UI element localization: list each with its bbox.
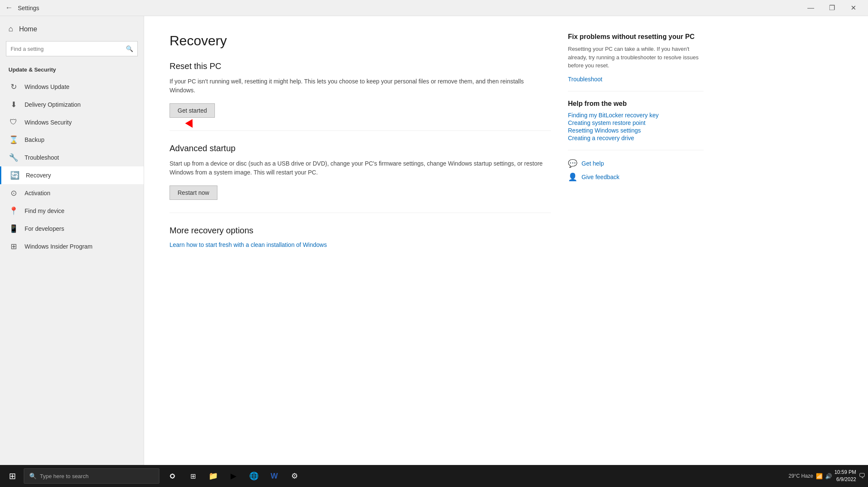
backup-label: Backup [25, 136, 45, 143]
activation-label: Activation [25, 190, 50, 196]
taskbar-clock[interactable]: 10:59 PM 6/9/2022 [835, 469, 856, 483]
web-link[interactable]: Creating a recovery drive [568, 135, 704, 141]
title-bar: ← Settings — ❐ ✕ [0, 0, 868, 16]
get-help-item[interactable]: 💬 Get help [568, 159, 704, 168]
help-from-web-title: Help from the web [568, 100, 704, 108]
clean-install-link[interactable]: Learn how to start fresh with a clean in… [170, 241, 551, 248]
give-feedback-icon: 👤 [568, 172, 577, 182]
sidebar-home-label: Home [19, 25, 37, 33]
get-help-label: Get help [581, 160, 604, 167]
restart-now-button[interactable]: Restart now [170, 185, 217, 200]
minimize-button[interactable]: — [801, 1, 821, 15]
taskbar-sys: 29°C Haze 📶 🔊 [788, 473, 832, 479]
taskbar-app-vlc[interactable]: ▶ [224, 466, 243, 486]
taskbar-apps: ⭘ ⊞ 📁 ▶ 🌐 W ⚙ [163, 466, 304, 486]
sidebar-item-delivery-optimization[interactable]: ⬇ Delivery Optimization [0, 96, 144, 113]
title-bar-left: ← Settings [5, 3, 39, 12]
taskbar: ⊞ 🔍 Type here to search ⭘ ⊞ 📁 ▶ 🌐 W ⚙ 29… [0, 465, 868, 487]
give-feedback-label: Give feedback [581, 174, 620, 180]
sidebar-item-for-developers[interactable]: 📱 For developers [0, 220, 144, 238]
find-my-device-icon: 📍 [8, 206, 19, 216]
page-title: Recovery [170, 33, 551, 49]
search-icon: 🔍 [126, 45, 133, 52]
main-content: Recovery Reset this PC If your PC isn't … [144, 16, 868, 465]
weather-text: 29°C Haze [788, 473, 813, 479]
help-divider [568, 91, 704, 91]
taskbar-app-taskview[interactable]: ⊞ [183, 466, 203, 486]
fix-desc: Resetting your PC can take a while. If y… [568, 45, 704, 70]
network-icon: 📶 [816, 473, 823, 479]
reset-section-title: Reset this PC [170, 61, 551, 71]
advanced-section-title: Advanced startup [170, 144, 551, 153]
sidebar-item-find-my-device[interactable]: 📍 Find my device [0, 202, 144, 220]
sidebar-item-windows-security[interactable]: 🛡 Windows Security [0, 113, 144, 131]
home-icon: ⌂ [8, 25, 13, 33]
windows-security-label: Windows Security [25, 119, 72, 126]
help-divider-2 [568, 150, 704, 150]
sidebar: ⌂ Home 🔍 Update & Security ↻ Windows Upd… [0, 16, 144, 465]
recovery-label: Recovery [26, 172, 51, 179]
sidebar-item-backup[interactable]: ⌛ Backup [0, 131, 144, 149]
back-icon[interactable]: ← [5, 3, 13, 12]
activation-icon: ⊙ [8, 188, 19, 198]
windows-update-label: Windows Update [25, 83, 70, 90]
delivery-optimization-icon: ⬇ [8, 100, 19, 109]
windows-icon: ⊞ [9, 471, 16, 481]
windows-insider-icon: ⊞ [8, 242, 19, 251]
nav-list: ↻ Windows Update ⬇ Delivery Optimization… [0, 78, 144, 255]
start-button[interactable]: ⊞ [3, 466, 22, 486]
web-link[interactable]: Creating system restore point [568, 119, 704, 126]
sidebar-home[interactable]: ⌂ Home [0, 20, 144, 38]
advanced-section-desc: Start up from a device or disc (such as … [170, 159, 551, 177]
divider-1 [170, 130, 551, 131]
sidebar-item-recovery[interactable]: 🔄 Recovery [0, 166, 144, 184]
clock-date: 6/9/2022 [835, 476, 856, 483]
clock-time: 10:59 PM [835, 469, 856, 476]
get-help-icon: 💬 [568, 159, 577, 168]
taskbar-app-explorer[interactable]: 📁 [203, 466, 223, 486]
taskbar-app-search[interactable]: ⭘ [163, 466, 182, 486]
content-left: Recovery Reset this PC If your PC isn't … [170, 33, 551, 448]
taskbar-search-text: Type here to search [40, 473, 89, 479]
reset-section-desc: If your PC isn't running well, resetting… [170, 77, 551, 95]
close-button[interactable]: ✕ [843, 1, 863, 15]
find-my-device-label: Find my device [25, 208, 64, 214]
troubleshoot-label: Troubleshoot [25, 154, 59, 161]
windows-insider-label: Windows Insider Program [25, 243, 92, 250]
search-box[interactable]: 🔍 [6, 41, 138, 56]
notification-icon[interactable]: 🗨 [859, 472, 865, 480]
delivery-optimization-label: Delivery Optimization [25, 101, 81, 108]
taskbar-app-word[interactable]: W [264, 466, 284, 486]
for-developers-label: For developers [25, 225, 64, 232]
sidebar-item-troubleshoot[interactable]: 🔧 Troubleshoot [0, 149, 144, 166]
taskbar-app-chrome[interactable]: 🌐 [244, 466, 264, 486]
taskbar-search[interactable]: 🔍 Type here to search [24, 468, 159, 484]
volume-icon: 🔊 [825, 473, 832, 479]
taskbar-right: 29°C Haze 📶 🔊 10:59 PM 6/9/2022 🗨 [788, 469, 865, 483]
window-title: Settings [18, 5, 39, 11]
more-section-title: More recovery options [170, 226, 551, 235]
app-body: ⌂ Home 🔍 Update & Security ↻ Windows Upd… [0, 16, 868, 465]
get-started-button[interactable]: Get started [170, 103, 215, 118]
troubleshoot-icon: 🔧 [8, 153, 19, 162]
taskbar-app-settings[interactable]: ⚙ [285, 466, 304, 486]
recovery-icon: 🔄 [10, 171, 20, 180]
backup-icon: ⌛ [8, 135, 19, 144]
divider-2 [170, 213, 551, 213]
restore-button[interactable]: ❐ [822, 1, 842, 15]
give-feedback-item[interactable]: 👤 Give feedback [568, 172, 704, 182]
title-bar-controls: — ❐ ✕ [801, 1, 863, 15]
web-link[interactable]: Finding my BitLocker recovery key [568, 112, 704, 119]
sidebar-section-header: Update & Security [0, 63, 144, 76]
sidebar-item-activation[interactable]: ⊙ Activation [0, 184, 144, 202]
taskbar-search-icon: 🔍 [29, 473, 36, 479]
sidebar-item-windows-update[interactable]: ↻ Windows Update [0, 78, 144, 96]
web-links-list: Finding my BitLocker recovery keyCreatin… [568, 112, 704, 141]
windows-update-icon: ↻ [8, 82, 19, 91]
windows-security-icon: 🛡 [8, 118, 19, 127]
content-right: Fix problems without resetting your PC R… [568, 33, 704, 448]
web-link[interactable]: Resetting Windows settings [568, 127, 704, 134]
search-input[interactable] [11, 46, 126, 52]
troubleshoot-link[interactable]: Troubleshoot [568, 76, 704, 83]
sidebar-item-windows-insider[interactable]: ⊞ Windows Insider Program [0, 238, 144, 255]
